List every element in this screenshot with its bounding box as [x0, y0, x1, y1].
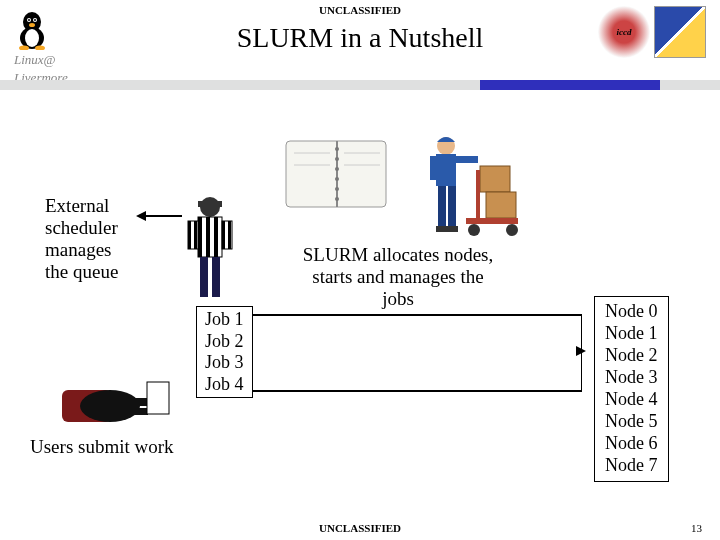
svg-rect-52 [466, 218, 518, 224]
connector-line [252, 314, 582, 316]
svg-rect-49 [480, 166, 510, 192]
svg-point-6 [34, 19, 36, 21]
notebook-icon [282, 135, 392, 215]
svg-point-32 [335, 157, 339, 161]
svg-point-34 [335, 177, 339, 181]
svg-point-36 [335, 197, 339, 201]
slurm-caption: SLURM allocates nodes, starts and manage… [288, 244, 508, 310]
svg-rect-44 [454, 156, 478, 163]
node-item: Node 4 [605, 389, 658, 411]
svg-rect-46 [448, 186, 456, 226]
svg-point-54 [506, 224, 518, 236]
node-item: Node 7 [605, 455, 658, 477]
svg-rect-23 [212, 257, 220, 297]
svg-rect-43 [430, 156, 438, 180]
job-queue-box: Job 1 Job 2 Job 3 Job 4 [196, 306, 253, 398]
classification-bottom: UNCLASSIFIED [0, 522, 720, 534]
svg-rect-21 [228, 221, 231, 249]
scheduler-caption: External scheduler manages the queue [45, 195, 118, 282]
node-item: Node 2 [605, 345, 658, 367]
node-item: Node 5 [605, 411, 658, 433]
right-logos: iccd [598, 6, 706, 58]
svg-rect-27 [134, 408, 148, 415]
svg-point-2 [25, 29, 39, 47]
node-item: Node 1 [605, 323, 658, 345]
node-item: Node 3 [605, 367, 658, 389]
svg-rect-15 [214, 217, 218, 257]
svg-rect-11 [198, 201, 222, 207]
linux-livermore-logo: Linux@ Livermore [14, 8, 94, 86]
arrow-to-scheduler [142, 215, 182, 217]
svg-point-53 [468, 224, 480, 236]
svg-rect-19 [194, 221, 197, 249]
submit-caption: Users submit work [30, 436, 174, 458]
svg-rect-13 [198, 217, 202, 257]
svg-rect-48 [446, 226, 458, 232]
page-number: 13 [691, 522, 702, 534]
penguin-icon [14, 8, 50, 50]
arrow-to-nodes [576, 346, 586, 356]
svg-rect-14 [206, 217, 210, 257]
svg-rect-20 [222, 221, 225, 249]
worker-icon [408, 130, 528, 240]
node-item: Node 0 [605, 301, 658, 323]
svg-rect-50 [486, 192, 516, 218]
hand-submit-icon [62, 372, 172, 432]
svg-rect-22 [200, 257, 208, 297]
node-item: Node 6 [605, 433, 658, 455]
job-item: Job 1 [205, 309, 244, 331]
svg-point-25 [80, 390, 140, 422]
node-list-box: Node 0 Node 1 Node 2 Node 3 Node 4 Node … [594, 296, 669, 482]
job-item: Job 3 [205, 352, 244, 374]
connector-line [252, 390, 582, 392]
svg-point-33 [335, 167, 339, 171]
job-item: Job 2 [205, 331, 244, 353]
svg-rect-45 [438, 186, 446, 226]
iccd-logo: iccd [598, 6, 650, 58]
svg-point-7 [29, 23, 35, 27]
divider-bar [0, 80, 720, 90]
svg-rect-18 [188, 221, 191, 249]
svg-point-35 [335, 187, 339, 191]
svg-point-31 [335, 147, 339, 151]
llnl-logo [654, 6, 706, 58]
referee-icon [180, 195, 240, 300]
svg-rect-42 [436, 154, 456, 186]
svg-rect-28 [147, 382, 169, 414]
svg-point-5 [28, 19, 30, 21]
job-item: Job 4 [205, 374, 244, 396]
